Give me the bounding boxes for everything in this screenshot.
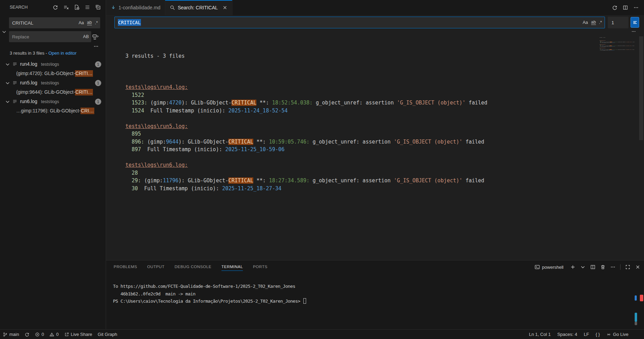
separator bbox=[620, 264, 621, 270]
status-item-language-mode[interactable]: { } bbox=[596, 332, 600, 337]
status-bar: main00Live ShareGit Graph Ln 1, Col 1Spa… bbox=[0, 329, 644, 339]
refresh-icon[interactable] bbox=[53, 4, 58, 10]
trash-icon[interactable] bbox=[600, 264, 606, 270]
terminal-error-mark bbox=[640, 295, 643, 301]
search-result-file-row[interactable]: run6.logtests\logs1 bbox=[0, 97, 105, 106]
search-editor-query-input[interactable]: CRITICAL Aa ab .* bbox=[114, 17, 605, 28]
sidebar-search-input[interactable]: CRITICAL Aa ab .* bbox=[9, 17, 100, 28]
split-editor-icon[interactable] bbox=[623, 5, 628, 10]
open-in-editor-link[interactable]: Open in editor bbox=[48, 51, 77, 56]
terminal-scrollbar-mark2 bbox=[635, 322, 637, 325]
refresh-icon[interactable] bbox=[612, 5, 617, 10]
whole-word-icon[interactable]: ab bbox=[591, 20, 596, 25]
more-icon[interactable] bbox=[610, 264, 616, 270]
query-toggles: Aa ab .* bbox=[583, 20, 602, 25]
status-label: Live Share bbox=[71, 332, 92, 337]
result-line: 28 bbox=[125, 169, 487, 177]
status-item-go-live[interactable]: Go Live bbox=[606, 332, 628, 337]
search-summary-text: 3 results in 3 files - bbox=[10, 51, 48, 56]
toggle-replace-chevron-icon[interactable] bbox=[1, 29, 7, 35]
tab-search-critical[interactable]: Search: CRITICAL bbox=[165, 0, 233, 15]
share-icon bbox=[64, 332, 69, 337]
panel-tab-problems[interactable]: PROBLEMS bbox=[114, 263, 137, 271]
chevron-down-icon[interactable] bbox=[5, 99, 10, 104]
minimap[interactable]: 3 results - 3 files tests\logs\run4.log:… bbox=[599, 36, 638, 77]
maximize-icon[interactable] bbox=[625, 264, 631, 270]
result-file-link[interactable]: tests\logs\run5.log: bbox=[599, 44, 606, 45]
terminal-output[interactable]: To https://github.com/FCTE-Qualidade-de-… bbox=[113, 283, 306, 305]
tab-1-confiabilidade-md[interactable]: 1-confiabilidade.md bbox=[106, 0, 165, 15]
search-results-content[interactable]: 3 results - 3 files tests\logs\run4.log:… bbox=[599, 36, 603, 53]
regex-icon[interactable]: .* bbox=[95, 20, 98, 25]
search-results-content[interactable]: 3 results - 3 files tests\logs\run4.log:… bbox=[125, 37, 487, 216]
toggle-search-details-button[interactable] bbox=[631, 17, 639, 28]
search-result-file-row[interactable]: run4.logtests\logs1 bbox=[0, 59, 105, 69]
chevron-down-icon[interactable] bbox=[5, 80, 10, 86]
match-text: (gimp:9644): GLib-GObject- bbox=[16, 90, 75, 95]
clear-results-icon[interactable] bbox=[63, 4, 69, 10]
panel-tab-ports[interactable]: PORTS bbox=[253, 263, 267, 271]
search-details-more-icon[interactable] bbox=[93, 44, 99, 49]
status-item-cursor-position[interactable]: Ln 1, Col 1 bbox=[529, 332, 551, 337]
status-item-errors[interactable]: 0 bbox=[35, 332, 44, 337]
status-item-live-share[interactable]: Live Share bbox=[64, 332, 92, 337]
result-file-link[interactable]: tests\logs\run5.log: bbox=[125, 123, 188, 129]
sidebar-replace-input[interactable]: Replace AB bbox=[9, 31, 91, 42]
terminal-command-decoration bbox=[635, 295, 637, 301]
status-item-eol[interactable]: LF bbox=[584, 332, 589, 337]
result-file-link[interactable]: tests\logs\run4.log: bbox=[125, 84, 188, 90]
status-item-git-branch[interactable]: main bbox=[3, 332, 19, 337]
status-item-notifications[interactable] bbox=[635, 332, 640, 337]
file-path: tests\logs bbox=[41, 99, 59, 104]
view-as-list-icon[interactable] bbox=[85, 4, 90, 10]
markdown-icon bbox=[111, 5, 116, 10]
context-lines-input[interactable]: 1 bbox=[608, 17, 628, 28]
status-item-sync[interactable] bbox=[25, 332, 29, 337]
status-label: Git Graph bbox=[98, 332, 117, 337]
search-result-file-row[interactable]: run5.logtests\logs1 bbox=[0, 78, 105, 88]
plus-icon[interactable] bbox=[570, 264, 576, 270]
panel-tab-output[interactable]: OUTPUT bbox=[147, 263, 164, 271]
result-file-link[interactable]: tests\logs\run6.log: bbox=[125, 162, 188, 168]
search-toggles: Aa ab .* bbox=[78, 20, 98, 25]
result-file-link[interactable]: tests\logs\run4.log: bbox=[599, 40, 606, 41]
status-item-git-graph[interactable]: Git Graph bbox=[98, 332, 117, 337]
result-file-link[interactable]: tests\logs\run6.log: bbox=[599, 48, 606, 48]
terminal-icon bbox=[534, 264, 540, 270]
close-icon[interactable] bbox=[635, 264, 641, 270]
close-icon[interactable] bbox=[222, 5, 228, 10]
new-search-editor-icon[interactable] bbox=[74, 4, 79, 10]
terminal-shell-item[interactable]: powershell bbox=[534, 264, 564, 270]
shell-label: powershell bbox=[542, 265, 564, 270]
status-item-warnings[interactable]: 0 bbox=[49, 332, 58, 337]
terminal-cursor bbox=[303, 298, 306, 304]
search-result-match-row[interactable]: (gimp:4720): GLib-GObject-CRITI… bbox=[0, 69, 105, 78]
status-label: Ln 1, Col 1 bbox=[529, 332, 551, 337]
match-case-icon[interactable]: Aa bbox=[78, 20, 84, 25]
match-highlight: CRITICAL bbox=[228, 177, 253, 184]
whole-word-icon[interactable]: ab bbox=[87, 20, 92, 25]
panel-tab-terminal[interactable]: TERMINAL bbox=[221, 263, 243, 271]
search-result-match-row[interactable]: (gimp:9644): GLib-GObject-CRITI… bbox=[0, 88, 105, 97]
editor-column: 1-confiabilidade.mdSearch: CRITICAL CRIT… bbox=[106, 0, 644, 329]
replace-all-icon[interactable] bbox=[92, 34, 99, 40]
status-bar-left: main00Live ShareGit Graph bbox=[3, 332, 117, 337]
result-file-block: tests\logs\run6.log: 28 29: (gimp:11796)… bbox=[599, 48, 603, 51]
terminal-line: 46b1b62..0fe2c9d main -> main bbox=[113, 290, 306, 298]
chevron-down-icon[interactable] bbox=[580, 264, 586, 270]
sidebar-title: SEARCH bbox=[10, 5, 28, 10]
preserve-case-icon[interactable]: AB bbox=[83, 34, 89, 39]
status-item-indentation[interactable]: Spaces: 4 bbox=[557, 332, 577, 337]
regex-icon[interactable]: .* bbox=[599, 20, 602, 25]
editor-scrollbar[interactable] bbox=[639, 36, 643, 140]
warning-icon bbox=[49, 332, 54, 337]
status-bar-right: Ln 1, Col 1Spaces: 4LF{ }Go Live bbox=[529, 332, 640, 337]
editor-more-icon[interactable] bbox=[631, 29, 637, 34]
more-icon[interactable] bbox=[633, 5, 639, 10]
collapse-all-icon[interactable] bbox=[95, 4, 101, 10]
search-result-match-row[interactable]: …gimp:11796): GLib-GObject-CRI… bbox=[0, 106, 105, 116]
chevron-down-icon[interactable] bbox=[5, 62, 10, 67]
match-case-icon[interactable]: Aa bbox=[583, 20, 588, 25]
split-editor-icon[interactable] bbox=[590, 264, 596, 270]
panel-tab-debug-console[interactable]: DEBUG CONSOLE bbox=[174, 263, 211, 271]
